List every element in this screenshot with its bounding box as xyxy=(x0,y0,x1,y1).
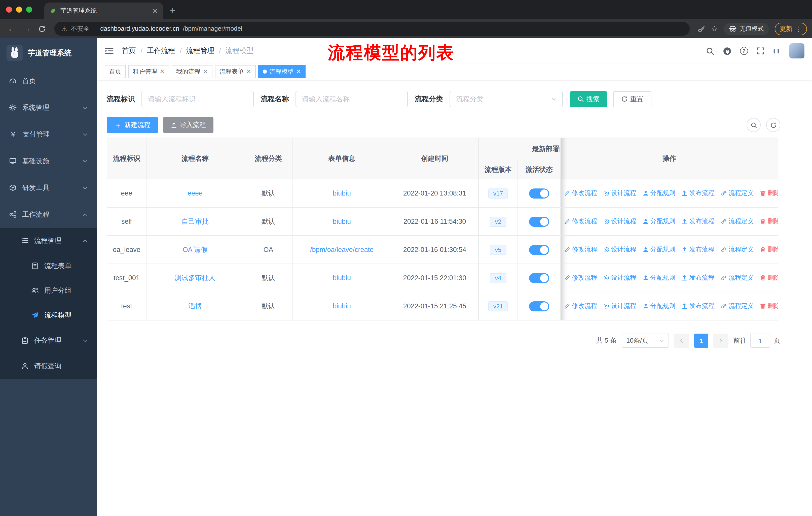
action-design-process[interactable]: 设计流程 xyxy=(603,189,636,197)
action-design-process[interactable]: 设计流程 xyxy=(603,302,636,310)
browser-menu-update-button[interactable]: 更新 ⋮ xyxy=(775,22,807,35)
model-name-link[interactable]: 滔博 xyxy=(188,302,202,310)
action-edit-process[interactable]: 修改流程 xyxy=(564,302,597,310)
bookmark-star-icon[interactable]: ☆ xyxy=(711,24,718,33)
github-icon[interactable] xyxy=(723,47,731,55)
sidebar-item-system[interactable]: 系统管理 xyxy=(0,94,97,121)
action-delete[interactable]: 删除 xyxy=(760,273,778,282)
action-design-process[interactable]: 设计流程 xyxy=(603,273,636,282)
process-key-input[interactable] xyxy=(141,91,254,107)
action-process-definition[interactable]: 流程定义 xyxy=(720,189,754,197)
action-publish-process[interactable]: 发布流程 xyxy=(682,302,715,310)
close-icon[interactable]: ✕ xyxy=(160,68,165,75)
breadcrumb-process-management[interactable]: 流程管理 xyxy=(186,46,214,55)
sidebar-item-home[interactable]: 首页 xyxy=(0,67,97,94)
minimize-window-button[interactable] xyxy=(16,6,22,12)
action-publish-process[interactable]: 发布流程 xyxy=(682,245,715,254)
action-design-process[interactable]: 设计流程 xyxy=(603,245,636,254)
action-edit-process[interactable]: 修改流程 xyxy=(564,245,597,254)
action-delete[interactable]: 删除 xyxy=(760,245,778,254)
next-page-button[interactable] xyxy=(713,333,728,348)
refresh-table-button[interactable] xyxy=(766,118,780,132)
close-icon[interactable]: ✕ xyxy=(203,68,208,75)
password-key-icon[interactable] xyxy=(697,25,705,32)
create-process-button[interactable]: ＋ 新建流程 xyxy=(107,117,158,133)
new-tab-button[interactable]: + xyxy=(166,4,179,17)
tab-close-icon[interactable]: ✕ xyxy=(152,7,158,15)
tag-process-model[interactable]: 流程模型 ✕ xyxy=(258,65,306,78)
user-avatar[interactable] xyxy=(789,43,805,58)
form-info-link[interactable]: biubiu xyxy=(333,274,351,282)
current-page-button[interactable]: 1 xyxy=(694,333,708,348)
sidebar-item-payment[interactable]: ¥ 支付管理 xyxy=(0,121,97,147)
action-publish-process[interactable]: 发布流程 xyxy=(682,189,715,197)
search-button[interactable]: 搜索 xyxy=(570,91,607,107)
font-size-icon[interactable]: tT xyxy=(773,47,781,55)
form-info-link[interactable]: biubiu xyxy=(333,189,351,197)
sidebar-item-process-model[interactable]: 流程模型 xyxy=(0,303,97,328)
action-assign-rule[interactable]: 分配规则 xyxy=(642,302,675,310)
model-name-link[interactable]: 自己审批 xyxy=(181,217,209,225)
prev-page-button[interactable] xyxy=(674,333,689,348)
browser-tab[interactable]: 芋道管理系统 ✕ xyxy=(44,2,163,19)
process-name-input[interactable] xyxy=(295,91,408,107)
close-icon[interactable]: ✕ xyxy=(246,68,251,75)
close-icon[interactable]: ✕ xyxy=(296,68,301,75)
action-delete[interactable]: 删除 xyxy=(760,217,778,225)
action-assign-rule[interactable]: 分配规则 xyxy=(642,273,675,282)
reset-button[interactable]: 重置 xyxy=(613,91,651,107)
active-state-toggle[interactable] xyxy=(529,245,549,255)
goto-page-input[interactable] xyxy=(750,333,770,348)
tag-tenant[interactable]: 租户管理 ✕ xyxy=(128,65,169,78)
model-name-link[interactable]: 测试多审批人 xyxy=(175,274,215,281)
breadcrumb-home[interactable]: 首页 xyxy=(122,46,136,55)
reload-button[interactable] xyxy=(35,22,48,35)
action-design-process[interactable]: 设计流程 xyxy=(603,217,636,225)
import-process-button[interactable]: 导入流程 xyxy=(163,117,213,133)
sidebar-item-leave-query[interactable]: 请假查询 xyxy=(0,353,97,379)
fullscreen-icon[interactable] xyxy=(757,47,765,55)
action-assign-rule[interactable]: 分配规则 xyxy=(642,189,675,197)
active-state-toggle[interactable] xyxy=(529,301,549,311)
help-icon[interactable]: ? xyxy=(740,47,748,55)
tag-home[interactable]: 首页 xyxy=(105,65,126,78)
form-info-link[interactable]: biubiu xyxy=(333,218,351,225)
address-bar[interactable]: ⚠ 不安全 dashboard.yudao.iocoder.cn /bpm/ma… xyxy=(54,22,689,36)
sidebar-item-process-form[interactable]: 流程表单 xyxy=(0,253,97,278)
sidebar-item-process-management[interactable]: 流程管理 xyxy=(0,228,97,253)
form-info-link[interactable]: biubiu xyxy=(333,302,351,310)
page-size-select[interactable]: 10条/页 xyxy=(622,333,669,348)
action-publish-process[interactable]: 发布流程 xyxy=(682,273,715,282)
action-delete[interactable]: 删除 xyxy=(760,189,778,197)
action-assign-rule[interactable]: 分配规则 xyxy=(642,245,675,254)
back-button[interactable]: ← xyxy=(5,22,18,35)
zoom-window-button[interactable] xyxy=(26,6,32,12)
sidebar-item-user-group[interactable]: 用户分组 xyxy=(0,278,97,303)
action-publish-process[interactable]: 发布流程 xyxy=(682,217,715,225)
action-process-definition[interactable]: 流程定义 xyxy=(720,302,754,310)
sidebar-collapse-icon[interactable] xyxy=(105,47,114,55)
action-assign-rule[interactable]: 分配规则 xyxy=(642,217,675,225)
active-state-toggle[interactable] xyxy=(529,216,549,226)
sidebar-item-infra[interactable]: 基础设施 xyxy=(0,147,97,174)
breadcrumb-workflow[interactable]: 工作流程 xyxy=(147,46,175,55)
close-window-button[interactable] xyxy=(6,6,12,12)
sidebar-item-workflow[interactable]: 工作流程 xyxy=(0,201,97,228)
model-name-link[interactable]: OA 请假 xyxy=(182,246,207,253)
action-process-definition[interactable]: 流程定义 xyxy=(720,245,754,254)
action-edit-process[interactable]: 修改流程 xyxy=(564,217,597,225)
action-edit-process[interactable]: 修改流程 xyxy=(564,189,597,197)
active-state-toggle[interactable] xyxy=(529,188,549,198)
tag-my-process[interactable]: 我的流程 ✕ xyxy=(172,65,212,78)
tag-process-form[interactable]: 流程表单 ✕ xyxy=(215,65,256,78)
model-name-link[interactable]: eeee xyxy=(187,189,203,197)
action-delete[interactable]: 删除 xyxy=(760,302,778,310)
search-icon[interactable] xyxy=(706,47,714,55)
toggle-search-button[interactable] xyxy=(747,118,761,132)
active-state-toggle[interactable] xyxy=(529,273,549,283)
form-info-link[interactable]: /bpm/oa/leave/create xyxy=(310,246,374,253)
action-process-definition[interactable]: 流程定义 xyxy=(720,217,754,225)
sidebar-item-task-management[interactable]: 任务管理 xyxy=(0,328,97,353)
forward-button[interactable]: → xyxy=(20,22,33,35)
action-edit-process[interactable]: 修改流程 xyxy=(564,273,597,282)
